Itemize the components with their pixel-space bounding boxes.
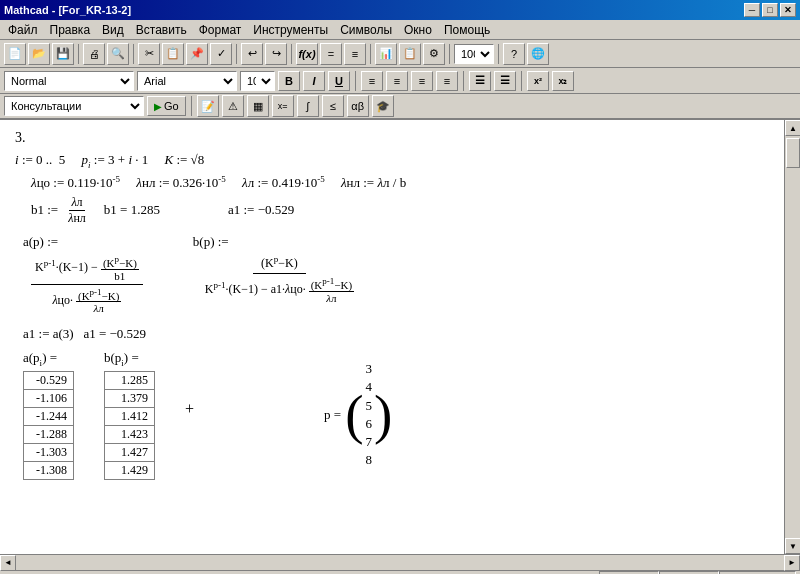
bpi-table-section: b(pi) = 1.285 1.379 1.412 1.423 1.427 1.… (104, 350, 155, 480)
ap-def: a(p) := Kp-1·(K−1) − (Kp−K) b1 λцо· (Kp-… (23, 234, 143, 316)
eq-button[interactable]: = (320, 43, 342, 65)
table-row: -1.288 (24, 425, 74, 443)
scroll-track[interactable] (785, 136, 800, 538)
subscript-button[interactable]: x₂ (552, 71, 574, 91)
redo-button[interactable]: ↪ (265, 43, 287, 65)
bpi-table: 1.285 1.379 1.412 1.423 1.427 1.429 (104, 371, 155, 480)
r-btn2[interactable]: ⚠ (222, 95, 244, 117)
resources-button[interactable]: 📊 (375, 43, 397, 65)
r-btn8[interactable]: 🎓 (372, 95, 394, 117)
open-button[interactable]: 📂 (28, 43, 50, 65)
r-btn1[interactable]: 📝 (197, 95, 219, 117)
print-preview-button[interactable]: 🔍 (107, 43, 129, 65)
table-row: 1.285 (105, 371, 155, 389)
minimize-button[interactable]: ─ (744, 3, 760, 17)
go-icon: ▶ (154, 101, 162, 112)
go-label: Go (164, 100, 179, 112)
align-center-button[interactable]: ≡ (386, 71, 408, 91)
go-button[interactable]: ▶ Go (147, 96, 186, 116)
a1-def: a1 := −0.529 (228, 202, 294, 218)
size-select[interactable]: 10 (240, 71, 275, 91)
r-btn6[interactable]: ≤ (322, 95, 344, 117)
undo-button[interactable]: ↩ (241, 43, 263, 65)
list-button[interactable]: ☰ (469, 71, 491, 91)
insert-button[interactable]: ≡ (344, 43, 366, 65)
menu-format[interactable]: Формат (193, 21, 248, 39)
definitions-line: i := 0 .. 5 pi := 3 + i · 1 K := √8 (15, 152, 769, 170)
scroll-thumb[interactable] (786, 138, 800, 168)
resource-toolbar: Консультации ▶ Go 📝 ⚠ ▦ x= ∫ ≤ αβ 🎓 (0, 94, 800, 120)
content-pane[interactable]: 3. i := 0 .. 5 pi := 3 + i · 1 K := √8 λ… (0, 120, 784, 554)
check-button[interactable]: ✓ (210, 43, 232, 65)
bold-button[interactable]: B (278, 71, 300, 91)
font-select[interactable]: Arial (137, 71, 237, 91)
style-select[interactable]: Normal (4, 71, 134, 91)
formula-button[interactable]: f(x) (296, 43, 318, 65)
menu-edit[interactable]: Правка (44, 21, 97, 39)
new-button[interactable]: 📄 (4, 43, 26, 65)
bpi-table-body: 1.285 1.379 1.412 1.423 1.427 1.429 (105, 371, 155, 479)
italic-button[interactable]: I (303, 71, 325, 91)
bpi-cell-3: 1.423 (105, 425, 155, 443)
ap-denominator: λцо· (Kp-1−K) λл (48, 285, 125, 317)
separator-f3 (521, 71, 522, 91)
vertical-scrollbar[interactable]: ▲ ▼ (784, 120, 800, 554)
r-btn7[interactable]: αβ (347, 95, 369, 117)
api-cell-4: -1.303 (24, 443, 74, 461)
r-btn3[interactable]: ▦ (247, 95, 269, 117)
scroll-right-button[interactable]: ► (784, 555, 800, 571)
p-label: p = (324, 407, 341, 423)
plus-placeholder: + (185, 400, 194, 418)
web-button[interactable]: 🌐 (527, 43, 549, 65)
menu-file[interactable]: Файл (2, 21, 44, 39)
format-toolbar: Normal Arial 10 B I U ≡ ≡ ≡ ≡ ☰ ☰ x² x₂ (0, 68, 800, 94)
menu-tools[interactable]: Инструменты (247, 21, 334, 39)
scroll-down-button[interactable]: ▼ (785, 538, 800, 554)
menu-insert[interactable]: Вставить (130, 21, 193, 39)
tools-btn[interactable]: ⚙ (423, 43, 445, 65)
p-val-2: 5 (365, 397, 372, 415)
menu-help[interactable]: Помощь (438, 21, 496, 39)
r-btn4[interactable]: x= (272, 95, 294, 117)
r-btn5[interactable]: ∫ (297, 95, 319, 117)
p-vector-line: p = ( 3 4 5 6 7 8 ) (324, 360, 392, 469)
resource-select[interactable]: Консультации (4, 96, 144, 116)
app-title: Mathcad - [For_KR-13-2] (4, 4, 744, 16)
scroll-up-button[interactable]: ▲ (785, 120, 800, 136)
close-button[interactable]: ✕ (780, 3, 796, 17)
align-right-button[interactable]: ≡ (411, 71, 433, 91)
bp-numerator: (Kp−K) (253, 252, 306, 274)
scroll-left-button[interactable]: ◄ (0, 555, 16, 571)
print-button[interactable]: 🖨 (83, 43, 105, 65)
separator-3 (236, 44, 237, 64)
underline-button[interactable]: U (328, 71, 350, 91)
titlebar-buttons: ─ □ ✕ (744, 3, 796, 17)
restore-button[interactable]: □ (762, 3, 778, 17)
zoom-select[interactable]: 100% (454, 44, 494, 64)
cut-button[interactable]: ✂ (138, 43, 160, 65)
horizontal-scrollbar[interactable]: ◄ ► (0, 554, 800, 570)
table-row: -1.106 (24, 389, 74, 407)
right-paren-icon: ) (374, 390, 392, 440)
menu-view[interactable]: Вид (96, 21, 130, 39)
align-left-button[interactable]: ≡ (361, 71, 383, 91)
bpi-cell-4: 1.427 (105, 443, 155, 461)
menu-symbols[interactable]: Символы (334, 21, 398, 39)
save-button[interactable]: 💾 (52, 43, 74, 65)
p-val-0: 3 (365, 360, 372, 378)
separator-5 (370, 44, 371, 64)
align-justify-button[interactable]: ≡ (436, 71, 458, 91)
table-row: -1.303 (24, 443, 74, 461)
properties-button[interactable]: 📋 (399, 43, 421, 65)
i-def: i := 0 .. 5 pi := 3 + i · 1 K := √8 (15, 152, 204, 170)
table-row: 1.427 (105, 443, 155, 461)
superscript-button[interactable]: x² (527, 71, 549, 91)
left-paren-icon: ( (345, 390, 363, 440)
a1-check-line: a1 := a(3) a1 = −0.529 (23, 326, 769, 342)
menu-window[interactable]: Окно (398, 21, 438, 39)
help-button[interactable]: ? (503, 43, 525, 65)
p-val-3: 6 (365, 415, 372, 433)
copy-button[interactable]: 📋 (162, 43, 184, 65)
numlist-button[interactable]: ☰ (494, 71, 516, 91)
paste-button[interactable]: 📌 (186, 43, 208, 65)
